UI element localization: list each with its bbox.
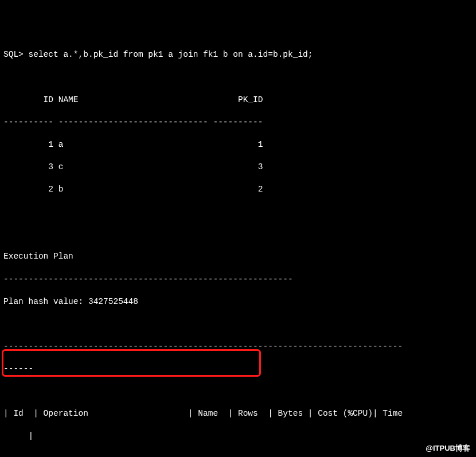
result-row: 2 b 2 [3, 184, 473, 196]
result-row: 1 a 1 [3, 139, 473, 151]
blank [3, 319, 473, 330]
result-sep: ---------- -----------------------------… [3, 117, 473, 128]
plan-header: | Id | Operation | Name | Rows | Bytes |… [3, 408, 473, 420]
blank [3, 229, 473, 240]
result-row: 3 c 3 [3, 162, 473, 173]
blank [3, 206, 473, 218]
dash-line: ------ [3, 364, 473, 375]
execution-plan-sep: ----------------------------------------… [3, 274, 473, 286]
dash-line: ----------------------------------------… [3, 341, 473, 353]
result-header: ID NAME PK_ID [3, 95, 473, 106]
blank [3, 454, 473, 458]
blank [3, 386, 473, 397]
plan-header: | [3, 431, 473, 442]
execution-plan-title: Execution Plan [3, 251, 473, 263]
blank [3, 72, 473, 83]
watermark: @ITPUB博客 [426, 443, 470, 454]
plan-hash-value: Plan hash value: 3427525448 [3, 296, 473, 308]
sql-prompt-line: SQL> select a.*,b.pk_id from pk1 a join … [3, 49, 473, 61]
